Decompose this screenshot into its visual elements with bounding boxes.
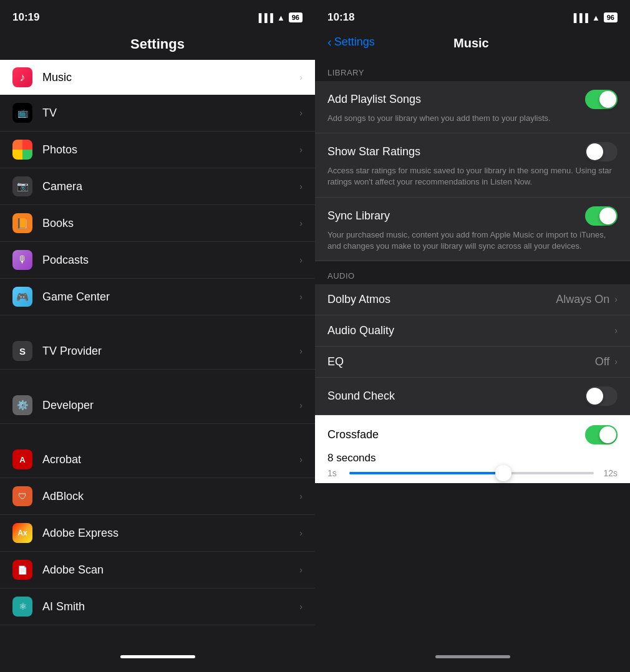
crossfade-toggle-thumb [599, 426, 616, 443]
add-playlist-songs-toggle[interactable] [585, 90, 618, 109]
books-chevron-icon: › [299, 218, 303, 228]
photos-chevron-icon: › [299, 145, 303, 155]
eq-chevron-icon: › [614, 357, 618, 367]
settings-row-acrobat[interactable]: A Acrobat › [0, 441, 315, 478]
setting-sync-library: Sync Library Your purchased music, conte… [315, 198, 630, 261]
setting-eq[interactable]: EQ Off › [315, 347, 630, 378]
signal-icon: ▐▐▐ [256, 13, 273, 22]
photos-icon-q1 [12, 140, 22, 150]
acrobat-app-icon: A [12, 449, 32, 469]
settings-row-adobescan[interactable]: 📄 Adobe Scan › [0, 552, 315, 588]
acrobat-icon: A [19, 455, 25, 464]
settings-row-developer[interactable]: ⚙️ Developer › [0, 387, 315, 424]
podcasts-icon: 🎙 [17, 254, 27, 266]
acrobat-row-label: Acrobat [42, 453, 299, 466]
sound-check-label: Sound Check [327, 390, 395, 403]
slider-max-label: 12s [600, 468, 618, 478]
crossfade-slider-fill [349, 472, 503, 474]
dolby-atmos-value: Always On [556, 293, 609, 306]
setting-dolby-atmos[interactable]: Dolby Atmos Always On › [315, 284, 630, 315]
settings-row-gamecenter[interactable]: 🎮 Game Center › [0, 279, 315, 315]
adblock-chevron-icon: › [299, 491, 303, 501]
settings-row-podcasts[interactable]: 🎙 Podcasts › [0, 242, 315, 279]
sound-check-toggle-thumb [586, 388, 603, 405]
settings-row-tvprovider[interactable]: S TV Provider › [0, 333, 315, 370]
adobescan-chevron-icon: › [299, 565, 303, 575]
setting-add-playlist-songs: Add Playlist Songs Add songs to your lib… [315, 81, 630, 133]
settings-row-adobeexpress[interactable]: Ax Adobe Express › [0, 515, 315, 552]
asmith-row-label: AI Smith [42, 600, 299, 613]
settings-row-camera[interactable]: 📷 Camera › [0, 168, 315, 205]
crossfade-slider-thumb[interactable] [495, 465, 511, 481]
tv-chevron-icon: › [299, 108, 303, 118]
sync-library-label: Sync Library [327, 209, 390, 223]
settings-row-books[interactable]: 📙 Books › [0, 205, 315, 242]
gamecenter-app-icon: 🎮 [12, 287, 32, 307]
slider-min-label: 1s [327, 468, 343, 478]
settings-row-tv[interactable]: 📺 TV › [0, 95, 315, 132]
camera-icon: 📷 [17, 181, 29, 192]
crossfade-slider-track [349, 472, 594, 474]
tv-app-icon: 📺 [12, 103, 32, 123]
setting-show-star-ratings: Show Star Ratings Access star ratings fo… [315, 133, 630, 197]
home-indicator-left [120, 655, 195, 658]
right-panel: 10:18 ▐▐▐ ▲ 96 ‹ Settings Music LIBRARY … [315, 0, 630, 672]
right-signal-icon: ▐▐▐ [571, 13, 588, 22]
right-time: 10:18 [327, 11, 354, 24]
adblock-row-label: AdBlock [42, 490, 299, 503]
books-app-icon: 📙 [12, 213, 32, 233]
tvprovider-icon: S [19, 346, 26, 357]
tv-row-label: TV [42, 107, 299, 120]
settings-row-music[interactable]: ♪ Music › [0, 60, 315, 95]
settings-list-left: 📺 TV › Photos › 📷 Camera › [0, 95, 315, 650]
show-star-ratings-label: Show Star Ratings [327, 145, 420, 158]
sound-check-toggle[interactable] [585, 386, 618, 406]
developer-icon: ⚙️ [17, 400, 29, 411]
adobeexpress-row-label: Adobe Express [42, 527, 299, 540]
asmith-app-icon: ⚛ [12, 597, 32, 617]
photos-icon-q3 [12, 150, 22, 160]
books-icon: 📙 [16, 218, 29, 229]
gamecenter-row-label: Game Center [42, 290, 299, 304]
camera-row-label: Camera [42, 180, 299, 193]
left-status-bar: 10:19 ▐▐▐ ▲ 96 [0, 0, 315, 31]
settings-row-asmith[interactable]: ⚛ AI Smith › [0, 588, 315, 625]
right-home-area [315, 650, 630, 672]
crossfade-section: Crossfade 8 seconds 1s 12s [315, 415, 630, 483]
eq-value: Off [595, 355, 610, 368]
music-note-icon: ♪ [20, 71, 26, 84]
show-star-ratings-toggle[interactable] [585, 142, 618, 161]
settings-row-photos[interactable]: Photos › [0, 132, 315, 168]
home-indicator-right [435, 655, 510, 658]
crossfade-slider-container: 1s 12s [327, 468, 618, 478]
music-app-icon: ♪ [12, 67, 32, 87]
crossfade-row: Crossfade [315, 415, 630, 451]
back-button[interactable]: ‹ Settings [327, 35, 375, 49]
left-time: 10:19 [12, 11, 39, 24]
back-chevron-icon: ‹ [327, 35, 332, 49]
setting-audio-quality[interactable]: Audio Quality › [315, 315, 630, 347]
add-playlist-songs-label: Add Playlist Songs [327, 93, 421, 106]
camera-app-icon: 📷 [12, 176, 32, 196]
crossfade-toggle[interactable] [585, 425, 618, 444]
wifi-icon: ▲ [277, 13, 285, 22]
gamecenter-icon-symbol: 🎮 [16, 291, 29, 303]
setting-sound-check: Sound Check [315, 378, 630, 415]
tvprovider-app-icon: S [12, 341, 32, 361]
podcasts-row-label: Podcasts [42, 254, 299, 267]
left-page-title: Settings [0, 31, 315, 60]
podcasts-chevron-icon: › [299, 255, 303, 265]
add-playlist-songs-toggle-thumb [599, 91, 616, 108]
photos-icon-q4 [22, 150, 32, 160]
asmith-chevron-icon: › [299, 602, 303, 612]
battery-badge: 96 [289, 12, 303, 22]
right-nav-bar: ‹ Settings Music [315, 31, 630, 58]
show-star-ratings-row: Show Star Ratings [327, 142, 618, 161]
left-status-icons: ▐▐▐ ▲ 96 [256, 12, 303, 22]
sync-library-toggle[interactable] [585, 206, 618, 226]
audio-quality-chevron-icon: › [614, 325, 618, 335]
right-status-icons: ▐▐▐ ▲ 96 [571, 12, 618, 22]
asmith-icon: ⚛ [19, 601, 27, 612]
settings-row-adblock[interactable]: 🛡 AdBlock › [0, 478, 315, 515]
dolby-atmos-nav: Always On › [556, 293, 618, 306]
